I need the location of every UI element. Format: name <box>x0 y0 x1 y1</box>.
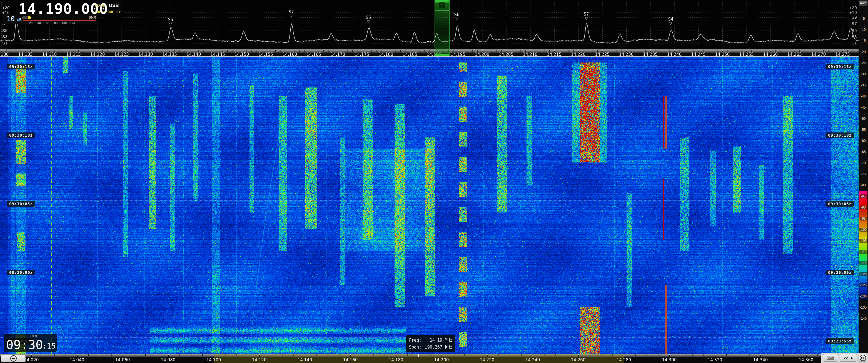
band-scale-tick-label: 14.240 <box>525 358 540 362</box>
tooltip-span-value: ±90.267 kHz <box>425 345 452 350</box>
snr-tick-label: 40 <box>37 22 41 25</box>
band-scale-tick-label: 14.180 <box>389 358 403 362</box>
band-scale-tick-label: 14.280 <box>617 358 631 362</box>
band-scale-tick-label: 14.340 <box>753 358 768 362</box>
legend-db-label: -130 <box>859 294 868 298</box>
legend-db-label: -65 <box>859 150 868 154</box>
keyboard-entry-button[interactable]: ⌨ <box>823 354 838 362</box>
rx-number-badge: 1 <box>439 2 445 8</box>
s-meter-label: +20 <box>2 5 10 10</box>
band-scale-tick-label: 14.060 <box>115 358 130 362</box>
rewind-icon: ◀◀ <box>10 355 17 362</box>
clock-seconds: :15 <box>42 341 56 350</box>
s-meter-label: S3 <box>2 34 7 39</box>
spectrum-waterfall-divider <box>0 56 859 57</box>
legend-db-label: -90 <box>859 205 868 209</box>
legend-db-label: -125 <box>859 283 868 287</box>
timestamp-gridline <box>0 63 859 63</box>
waterfall-display[interactable] <box>0 57 859 354</box>
filter-bandwidth-label[interactable]: 100 - 2900 Hz <box>94 9 121 14</box>
legend-db-label: -135 <box>859 305 868 309</box>
legend-db-label: -85 <box>859 194 868 198</box>
band-scale-tick-label: 14.220 <box>480 358 495 362</box>
marker-triangle-icon: ▽ <box>668 22 673 25</box>
signal-peak-marker: S5▽ <box>366 15 371 23</box>
sdr-console-window: +20+10S9S7S5S3S1 +20+10S9S7S5S3S1 S5▽S7▽… <box>0 0 868 363</box>
band-scale-tick-label: 14.300 <box>662 358 677 362</box>
band-scale-tick-label: 14.040 <box>70 358 85 362</box>
signal-peak-marker: S6▽ <box>454 12 459 20</box>
band-scale-tick-label: 14.200 <box>434 358 449 362</box>
band-scale-tick-label: 14.100 <box>207 358 221 362</box>
s-meter-label: S3 <box>851 34 857 39</box>
legend-db-label: -110 <box>859 250 868 254</box>
utc-clock: UTC 09:30 :15 <box>4 334 57 352</box>
s-meter-label: +10 <box>849 10 857 15</box>
spectrum-display[interactable] <box>0 0 859 57</box>
legend-db-label: -95 <box>859 217 868 221</box>
band-navigation-bar[interactable]: 14.02014.04014.06014.08014.10014.12014.1… <box>0 354 868 363</box>
mode-label[interactable]: USB <box>109 3 119 8</box>
signal-peak-marker: S7▽ <box>288 9 294 18</box>
timestamp-gridline <box>0 132 859 132</box>
legend-db-label: -20 <box>859 50 868 54</box>
band-scale-tick-label: 14.360 <box>799 358 813 362</box>
timestamp-chip: 09:30:10z <box>7 132 35 138</box>
legend-db-label: -25 <box>859 61 868 65</box>
timestamp-chip: 09:30:05z <box>7 201 35 207</box>
marker-triangle-icon: ▽ <box>168 23 173 25</box>
timestamp-chip: 09:30:10z <box>826 132 854 138</box>
legend-db-label: -50 <box>859 117 868 121</box>
legend-db-label: -115 <box>859 261 868 265</box>
cursor-tooltip: Freq:14.19 MHz Span:±90.267 kHz <box>406 335 455 352</box>
legend-db-label: -70 <box>859 161 868 165</box>
zoom-level-label: x2 <box>843 356 848 360</box>
legend-db-label: -35 <box>859 83 868 87</box>
marker-triangle-icon: ▽ <box>288 15 294 18</box>
legend-db-label: -100 <box>859 228 868 232</box>
passband-divider <box>435 10 449 10</box>
passband-bottom-cap <box>435 54 449 56</box>
s-meter-label: S1 <box>2 40 7 45</box>
scroll-right-button[interactable]: ▶▶ <box>859 354 867 362</box>
legend-db-label: -45 <box>859 105 868 109</box>
waterfall-colour-legend: Auto -5-10-15-20-25-30-35-40-45-50-55-60… <box>859 0 868 354</box>
snr-slider[interactable] <box>22 16 30 19</box>
rx-passband-region[interactable]: 1 <box>435 0 450 56</box>
timestamp-chip: 09:29:55z <box>826 338 854 344</box>
legend-db-label: -60 <box>859 139 868 143</box>
utc-label: UTC <box>31 335 37 338</box>
snr-meter: 10 dB SNR 20406080100120 <box>2 14 98 25</box>
signal-peak-marker: S4▽ <box>668 16 673 25</box>
s-meter-label: +10 <box>2 10 10 15</box>
timestamp-chip: 09:30:00z <box>826 270 854 275</box>
legend-db-label: -120 <box>859 272 868 276</box>
band-scale-tick-label: 14.260 <box>571 358 586 362</box>
band-scale-tick-label: 14.140 <box>298 358 312 362</box>
legend-db-label: -10 <box>859 28 868 32</box>
clock-hours-minutes: 09:30 <box>6 338 43 352</box>
tooltip-span-label: Span: <box>409 345 422 350</box>
snr-tick-label: 120 <box>70 22 75 25</box>
s-meter-label: S9 <box>851 15 857 20</box>
gain-value: 10 <box>7 15 15 23</box>
timestamp-gridline <box>0 269 859 269</box>
zoom-dropdown-arrow-icon: ▶ <box>851 356 853 359</box>
legend-db-label: -30 <box>859 72 868 76</box>
legend-db-label: -80 <box>859 183 868 187</box>
band-scale-tick-label: 14.160 <box>343 358 358 362</box>
auto-range-button[interactable]: Auto <box>859 1 867 6</box>
zoom-x2-button[interactable]: x2 ▶ <box>840 354 857 362</box>
marker-triangle-icon: ▽ <box>454 18 459 20</box>
legend-db-label: -40 <box>859 94 868 98</box>
keyboard-icon: ⌨ <box>827 355 835 361</box>
scroll-left-button[interactable]: ◀◀ <box>1 355 26 362</box>
s-meter-label: S1 <box>851 40 857 45</box>
fast-forward-icon: ▶▶ <box>860 355 866 361</box>
snr-slider-knob[interactable] <box>28 16 31 19</box>
snr-tick-label: 80 <box>54 22 58 25</box>
marker-triangle-icon: ▽ <box>366 20 371 23</box>
snr-tick-label: 60 <box>46 22 49 25</box>
s-meter-label: +20 <box>849 5 857 10</box>
legend-db-label: -105 <box>859 239 868 243</box>
